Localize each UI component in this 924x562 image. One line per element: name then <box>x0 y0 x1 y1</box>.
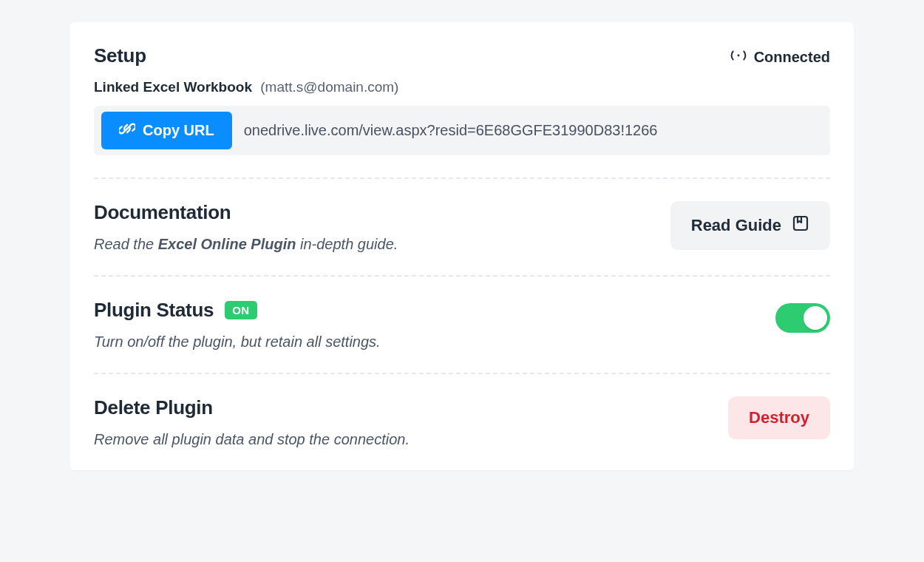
documentation-description: Read the Excel Online Plugin in-depth gu… <box>94 236 398 253</box>
linked-workbook-label: Linked Excel Workbook <box>94 79 252 95</box>
connected-indicator: Connected <box>730 49 830 66</box>
status-badge: ON <box>225 301 257 319</box>
url-bar: Copy URL onedrive.live.com/view.aspx?res… <box>94 106 830 155</box>
doc-desc-prefix: Read the <box>94 236 158 252</box>
documentation-heading: Documentation <box>94 201 398 224</box>
linked-workbook-email: (matt.s@domain.com) <box>260 79 398 95</box>
linked-workbook-row: Linked Excel Workbook (matt.s@domain.com… <box>94 79 830 95</box>
toggle-knob <box>804 306 827 330</box>
settings-card: Setup Connected Linked Excel Workbook (m… <box>70 22 854 470</box>
doc-desc-suffix: in-depth guide. <box>296 236 398 252</box>
plugin-status-heading: Plugin Status ON <box>94 299 381 322</box>
documentation-section: Documentation Read the Excel Online Plug… <box>94 177 830 275</box>
plugin-status-section: Plugin Status ON Turn on/off the plugin,… <box>94 275 830 373</box>
plugin-status-toggle[interactable] <box>775 303 830 333</box>
svg-point-0 <box>737 55 739 57</box>
setup-section: Setup Connected Linked Excel Workbook (m… <box>94 44 830 177</box>
read-guide-label: Read Guide <box>691 216 781 235</box>
plugin-status-heading-text: Plugin Status <box>94 299 214 321</box>
delete-plugin-description: Remove all plugin data and stop the conn… <box>94 431 410 448</box>
read-guide-button[interactable]: Read Guide <box>670 201 830 250</box>
workbook-url: onedrive.live.com/view.aspx?resid=6E68GG… <box>244 122 658 139</box>
destroy-button[interactable]: Destroy <box>728 396 830 439</box>
copy-url-button[interactable]: Copy URL <box>101 112 232 149</box>
connected-label: Connected <box>754 49 830 66</box>
plugin-status-description: Turn on/off the plugin, but retain all s… <box>94 334 381 351</box>
signal-icon <box>730 49 747 66</box>
doc-desc-strong: Excel Online Plugin <box>158 236 296 252</box>
book-icon <box>792 214 809 237</box>
link-icon <box>119 121 135 140</box>
setup-heading: Setup <box>94 44 146 67</box>
delete-plugin-heading: Delete Plugin <box>94 396 410 419</box>
delete-plugin-section: Delete Plugin Remove all plugin data and… <box>94 373 830 457</box>
copy-url-label: Copy URL <box>143 122 214 139</box>
